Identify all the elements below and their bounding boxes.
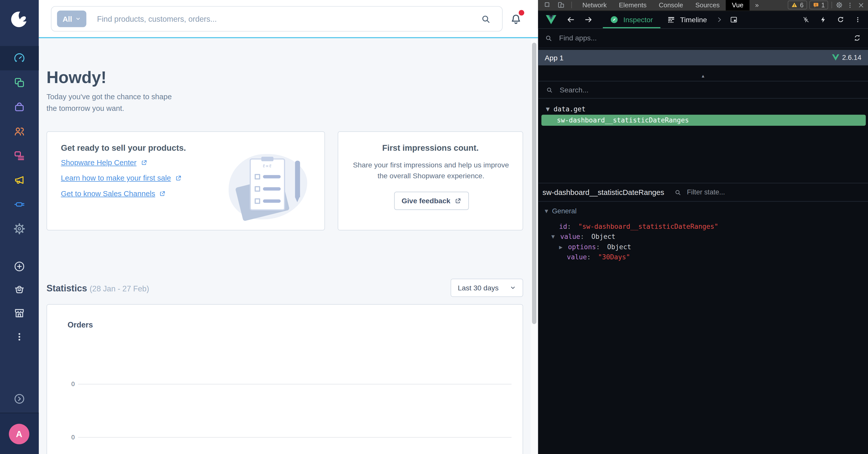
link-label: Learn how to make your first sale [61,174,171,182]
vue-devtools-toolbar: Inspector Timeline [538,11,868,29]
devtools-settings-button[interactable] [835,1,843,9]
search-filter-label: All [63,15,72,23]
triangle-down-icon [545,208,548,214]
state-pane-header: sw-dashboard__statisticDateRanges [538,183,868,202]
issue-bubble-icon [812,2,819,8]
tab-console[interactable]: Console [659,1,683,9]
link-first-sale[interactable]: Learn how to make your first sale [61,174,182,182]
devtools-close-button[interactable] [858,1,865,9]
vue-version-number: 2.6.14 [842,54,861,62]
devtools-menu-button[interactable] [846,1,854,9]
sidebar-item-more[interactable] [0,325,39,349]
notification-bell-button[interactable] [509,11,524,27]
devtools-tabbar: Network Elements Console Sources Vue » 6… [538,0,868,11]
warnings-badge[interactable]: 6 [788,1,807,9]
marketing-icon [13,174,26,186]
state-filter [674,188,868,197]
chevron-right-icon[interactable] [716,16,723,23]
inspector-search-row [538,82,868,98]
gear-icon [13,223,26,235]
search-filter-dropdown[interactable]: All [57,10,87,27]
give-feedback-button[interactable]: Give feedback [394,192,469,210]
refresh-apps-icon[interactable] [853,34,862,42]
sidebar-item-orders[interactable] [0,95,39,119]
sidebar-item-extensions[interactable] [0,192,39,217]
orders-chart-card: Orders 0 0 0 [46,304,523,454]
inspector-search-input[interactable] [559,85,868,94]
device-toolbar-icon[interactable] [557,1,565,9]
toggle-view-icon[interactable] [730,16,738,24]
tab-elements[interactable]: Elements [619,1,647,9]
statistics-title: Statistics [46,283,87,293]
divider [831,2,832,8]
scrollbar-thumb[interactable] [532,43,536,324]
compass-icon [609,15,619,24]
sidebar-item-dashboard[interactable] [0,46,39,70]
issues-badge[interactable]: 1 [809,1,828,9]
history-forward-button[interactable] [583,15,593,24]
flash-button[interactable] [819,16,827,24]
collapse-pane-handle[interactable]: ▲ [538,74,868,79]
sidebar-item-customers[interactable] [0,119,39,144]
sidebar-expand-button[interactable] [0,387,39,411]
global-search-box[interactable]: All [51,6,503,32]
state-row-value[interactable]: valueObject [551,232,615,240]
link-help-center[interactable]: Shopware Help Center [61,158,148,167]
inspect-element-icon[interactable] [544,1,552,9]
storefront-icon [13,307,26,319]
app-selector-row[interactable]: App 1 2.6.14 [538,50,868,65]
state-value: Object [607,243,631,251]
sidebar-item-storefront[interactable] [0,301,39,325]
search-icon [674,189,682,196]
date-range-value: Last 30 days [458,284,499,292]
statistics-heading: Statistics (28 Jan - 27 Feb) [46,283,149,294]
search-icon [545,34,553,42]
sidebar-item-content[interactable] [0,143,39,168]
vue-version: 2.6.14 [832,54,862,62]
refresh-button[interactable] [836,16,845,24]
state-key: value [567,253,591,261]
sidebar-item-catalogues[interactable] [0,70,39,95]
sidebar-item-marketing[interactable] [0,168,39,192]
tree-group-data-get[interactable]: data.get [546,105,585,113]
external-link-icon [140,159,148,166]
app-topbar: All [39,0,538,38]
disable-flash-button[interactable] [802,16,810,24]
chevron-down-icon [510,285,516,291]
more-tabs-button[interactable]: » [755,1,759,9]
link-label: Get to know Sales Channels [61,189,155,198]
chevron-right-circle-icon [13,393,26,405]
avatar-initial: A [16,429,22,439]
kebab-menu-icon [13,331,26,343]
external-link-icon [175,174,182,182]
history-back-button[interactable] [566,15,576,24]
sidebar-item-add-sales-channel[interactable] [0,254,39,279]
tab-inspector[interactable]: Inspector [605,11,657,28]
sidebar-item-headless-sales-channel[interactable] [0,277,39,302]
search-icon [480,13,491,24]
user-avatar[interactable]: A [9,424,29,444]
tab-vue[interactable]: Vue [726,0,749,10]
date-range-select[interactable]: Last 30 days [451,279,523,297]
state-section-general[interactable]: General [545,207,577,215]
tree-item-selected[interactable]: sw-dashboard__statisticDateRanges [541,115,866,126]
vue-menu-button[interactable] [854,16,862,23]
page-title: Howdy! [46,68,106,87]
link-sales-channels[interactable]: Get to know Sales Channels [61,189,166,198]
tab-timeline[interactable]: Timeline [668,11,707,28]
triangle-down-icon [551,234,556,239]
divider [571,2,572,8]
state-filter-input[interactable] [686,188,868,197]
find-apps-input[interactable] [558,33,853,43]
tab-network[interactable]: Network [582,1,607,9]
global-search-input[interactable] [96,14,480,24]
page-subtitle: Today you've got the chance to shape the… [46,91,182,114]
tab-sources[interactable]: Sources [695,1,720,9]
warning-triangle-icon [791,2,798,8]
state-row-options[interactable]: optionsObject [559,243,631,251]
sidebar-item-settings[interactable] [0,217,39,241]
shopware-logo[interactable] [0,0,39,38]
app-scrollbar[interactable] [531,39,537,454]
sidebar-footer: A [0,413,39,454]
pencil-illustration [295,161,300,197]
